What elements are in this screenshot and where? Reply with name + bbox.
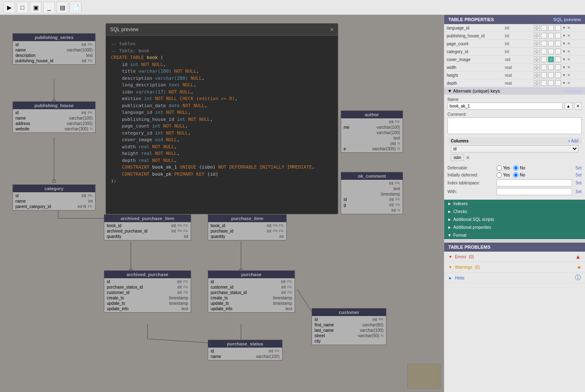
nn-checkbox[interactable]: ✓ bbox=[548, 56, 554, 62]
alternate-keys-title: ▼ Alternate (unique) keys bbox=[447, 88, 500, 93]
expand-icon: ► bbox=[447, 209, 452, 214]
deferrable-set-button[interactable]: Set bbox=[575, 166, 582, 170]
sql-line-constraint2: CONSTRAINT book_pk PRIMARY KEY (id) bbox=[111, 171, 333, 178]
chevron-down-icon[interactable]: ▼ bbox=[562, 26, 566, 30]
initially-deferred-radio: Yes No bbox=[497, 172, 525, 178]
info-icon[interactable]: ⓘ bbox=[534, 56, 540, 62]
nn-checkbox[interactable] bbox=[548, 49, 554, 54]
multi-line-tool[interactable]: ▤ bbox=[57, 2, 68, 13]
nn-checkbox[interactable] bbox=[548, 72, 554, 78]
sql-line-depth: depth real NOT NULL, bbox=[111, 157, 333, 164]
column-remove-button[interactable]: ✕ bbox=[466, 155, 470, 161]
info-icon[interactable]: ⓘ bbox=[534, 41, 540, 47]
uq-checkbox[interactable] bbox=[555, 49, 561, 54]
remove-icon[interactable]: ✕ bbox=[567, 26, 570, 30]
remove-icon[interactable]: ✕ bbox=[567, 49, 570, 54]
additional-props-section[interactable]: ► Additional properties bbox=[444, 223, 585, 231]
info-icon[interactable]: ⓘ bbox=[534, 49, 540, 54]
column-select[interactable]: id bbox=[451, 145, 578, 152]
add-key-button[interactable]: + Add key bbox=[561, 88, 582, 93]
pk-checkbox[interactable] bbox=[541, 33, 547, 39]
warnings-row[interactable]: ▼ Warnings (0) ● bbox=[444, 262, 585, 272]
tablespace-set-button[interactable]: Set bbox=[575, 181, 582, 185]
initially-yes[interactable]: Yes bbox=[497, 172, 510, 178]
checks-section[interactable]: ► Checks bbox=[444, 208, 585, 216]
chevron-down-icon[interactable]: ▼ bbox=[562, 73, 566, 77]
remove-icon[interactable]: ✕ bbox=[567, 65, 570, 69]
errors-row[interactable]: ▼ Errors (0) ▲ bbox=[444, 252, 585, 262]
info-icon[interactable]: ⓘ bbox=[534, 80, 540, 86]
ak-comment-input[interactable] bbox=[447, 118, 582, 134]
initially-no[interactable]: No bbox=[513, 172, 525, 178]
expand-icon: ▼ bbox=[448, 255, 452, 259]
line-tool[interactable]: ⎯ bbox=[43, 2, 55, 13]
modal-close-button[interactable]: × bbox=[330, 26, 334, 33]
canvas-area[interactable]: publishing_series idintPK namevarchar(10… bbox=[0, 15, 444, 392]
ak-up-button[interactable]: ▲ bbox=[564, 103, 573, 110]
uq-checkbox[interactable] bbox=[555, 33, 561, 39]
pk-checkbox[interactable] bbox=[541, 80, 547, 86]
uq-checkbox[interactable] bbox=[555, 41, 561, 47]
nn-checkbox[interactable] bbox=[548, 80, 554, 86]
deferrable-no[interactable]: No bbox=[513, 165, 525, 171]
uq-checkbox[interactable] bbox=[555, 72, 561, 78]
with-set-button[interactable]: Set bbox=[575, 189, 582, 194]
chevron-down-icon[interactable]: ▼ bbox=[562, 81, 566, 85]
chevron-down-icon[interactable]: ▼ bbox=[562, 42, 566, 46]
sql-modal-overlay[interactable]: SQL preview × -- tables -- Table: book C… bbox=[0, 15, 444, 392]
uq-checkbox[interactable] bbox=[555, 64, 561, 70]
hints-text: Hints bbox=[455, 276, 465, 280]
table-tool[interactable]: ▣ bbox=[30, 2, 42, 13]
nn-checkbox[interactable] bbox=[548, 41, 554, 47]
chevron-down-icon[interactable]: ▼ bbox=[562, 34, 566, 38]
pk-checkbox[interactable] bbox=[541, 25, 547, 31]
remove-icon[interactable]: ✕ bbox=[567, 57, 570, 61]
alt-keys-body: Name ▲ ✕ Comment: Columns + Add id bbox=[444, 95, 585, 199]
hints-label: ► Hints bbox=[448, 276, 465, 280]
format-section[interactable]: ▼ Format bbox=[444, 231, 585, 239]
ak-close-button[interactable]: ✕ bbox=[574, 103, 582, 110]
chevron-down-icon[interactable]: ▼ bbox=[562, 57, 566, 61]
initially-set-button[interactable]: Set bbox=[575, 173, 582, 177]
pk-checkbox[interactable] bbox=[541, 56, 547, 62]
cursor-tool[interactable]: ▶ bbox=[3, 2, 15, 13]
indexes-section[interactable]: ► Indexes bbox=[444, 200, 585, 208]
remove-icon[interactable]: ✕ bbox=[567, 42, 570, 46]
sql-line-long-desc: long_description text NULL, bbox=[111, 82, 333, 89]
ak-name-input[interactable] bbox=[447, 103, 563, 110]
nn-checkbox[interactable] bbox=[548, 25, 554, 31]
alternate-keys-header[interactable]: ▼ Alternate (unique) keys + Add key bbox=[444, 87, 585, 95]
prop-type: int bbox=[502, 48, 531, 56]
pk-checkbox[interactable] bbox=[541, 64, 547, 70]
rect-select-tool[interactable]: □ bbox=[17, 2, 28, 13]
info-icon[interactable]: ⓘ bbox=[534, 72, 540, 78]
info-icon[interactable]: ⓘ bbox=[534, 64, 540, 70]
info-icon[interactable]: ⓘ bbox=[534, 25, 540, 31]
chevron-down-icon[interactable]: ▼ bbox=[562, 49, 566, 54]
pk-checkbox[interactable] bbox=[541, 41, 547, 47]
prop-type: int bbox=[502, 40, 531, 48]
hints-row[interactable]: ► Hints ⓘ bbox=[444, 272, 585, 284]
remove-icon[interactable]: ✕ bbox=[567, 73, 570, 77]
uq-checkbox[interactable] bbox=[555, 56, 561, 62]
note-tool[interactable]: 📄 bbox=[70, 2, 81, 13]
nn-checkbox[interactable] bbox=[548, 64, 554, 70]
chevron-down-icon[interactable]: ▼ bbox=[562, 65, 566, 69]
pk-checkbox[interactable] bbox=[541, 49, 547, 54]
sql-line-description: description varchar(200) NULL, bbox=[111, 75, 333, 82]
info-icon[interactable]: ⓘ bbox=[534, 33, 540, 39]
with-label: With: bbox=[447, 189, 493, 194]
sql-preview-tab[interactable]: SQL preview bbox=[553, 17, 581, 22]
sql-line-langid: language_id int NOT NULL, bbox=[111, 109, 333, 116]
add-column-button[interactable]: + Add bbox=[568, 139, 578, 143]
uq-checkbox[interactable] bbox=[555, 80, 561, 86]
nn-checkbox[interactable] bbox=[548, 33, 554, 39]
index-tablespace-input[interactable] bbox=[497, 179, 572, 186]
uq-checkbox[interactable] bbox=[555, 25, 561, 31]
deferrable-yes[interactable]: Yes bbox=[497, 165, 510, 171]
remove-icon[interactable]: ✕ bbox=[567, 34, 570, 38]
pk-checkbox[interactable] bbox=[541, 72, 547, 78]
additional-sql-section[interactable]: ► Additional SQL scripts bbox=[444, 216, 585, 223]
remove-icon[interactable]: ✕ bbox=[567, 81, 570, 85]
with-input[interactable] bbox=[497, 188, 572, 195]
